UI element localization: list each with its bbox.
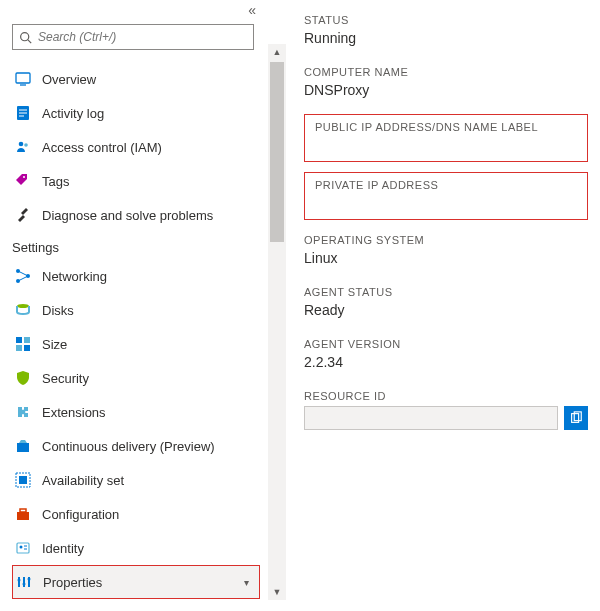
disks-icon (14, 301, 32, 319)
svg-rect-2 (16, 73, 30, 83)
svg-rect-19 (16, 345, 22, 351)
toolbox-icon (14, 505, 32, 523)
field-computer-name: COMPUTER NAME DNSProxy (304, 66, 588, 98)
tools-icon (14, 206, 32, 224)
search-icon (19, 31, 32, 44)
properties-icon (15, 573, 33, 591)
field-value: Ready (304, 302, 588, 318)
scroll-thumb[interactable] (270, 62, 284, 242)
field-label: AGENT VERSION (304, 338, 588, 350)
svg-point-8 (19, 142, 24, 147)
nav-security[interactable]: Security (12, 361, 260, 395)
nav-label: Size (42, 337, 67, 352)
nav-label: Availability set (42, 473, 124, 488)
field-label: OPERATING SYSTEM (304, 234, 588, 246)
svg-line-1 (28, 39, 31, 42)
svg-rect-21 (17, 443, 29, 452)
svg-rect-23 (19, 476, 27, 484)
nav-tags[interactable]: Tags (12, 164, 260, 198)
svg-rect-24 (17, 512, 29, 520)
collapse-icon[interactable]: « (248, 2, 256, 18)
nav-continuous-delivery[interactable]: Continuous delivery (Preview) (12, 429, 260, 463)
resource-id-input[interactable] (304, 406, 558, 430)
nav-label: Activity log (42, 106, 104, 121)
field-value: Linux (304, 250, 588, 266)
nav-overview[interactable]: Overview (12, 62, 260, 96)
field-label: RESOURCE ID (304, 390, 588, 402)
nav-access-control[interactable]: Access control (IAM) (12, 130, 260, 164)
sidebar-scrollbar[interactable]: ▲ ▼ (268, 44, 286, 600)
sidebar: « Overview Activity log Access control (… (0, 0, 268, 611)
field-private-ip-highlighted: PRIVATE IP ADDRESS (304, 172, 588, 220)
nav-diagnose[interactable]: Diagnose and solve problems (12, 198, 260, 232)
network-icon (14, 267, 32, 285)
copy-icon (569, 411, 583, 425)
svg-rect-18 (24, 337, 30, 343)
scroll-down-icon[interactable]: ▼ (268, 584, 286, 600)
svg-point-35 (28, 578, 31, 581)
nav-label: Configuration (42, 507, 119, 522)
nav-label: Disks (42, 303, 74, 318)
copy-button[interactable] (564, 406, 588, 430)
svg-rect-26 (17, 543, 29, 553)
svg-line-15 (18, 276, 28, 281)
field-public-ip-highlighted: PUBLIC IP ADDRESS/DNS NAME LABEL (304, 114, 588, 162)
field-label: PRIVATE IP ADDRESS (315, 179, 577, 191)
nav-activity-log[interactable]: Activity log (12, 96, 260, 130)
tag-icon (14, 172, 32, 190)
scroll-up-icon[interactable]: ▲ (268, 44, 286, 60)
svg-rect-20 (24, 345, 30, 351)
svg-point-27 (20, 546, 23, 549)
field-agent-status: AGENT STATUS Ready (304, 286, 588, 318)
nav-label: Access control (IAM) (42, 140, 162, 155)
field-value: DNSProxy (304, 82, 588, 98)
nav-extensions[interactable]: Extensions (12, 395, 260, 429)
field-os: OPERATING SYSTEM Linux (304, 234, 588, 266)
svg-rect-17 (16, 337, 22, 343)
field-value: 2.2.34 (304, 354, 588, 370)
nav-label: Overview (42, 72, 96, 87)
search-input-wrap[interactable] (12, 24, 254, 50)
field-status: STATUS Running (304, 14, 588, 46)
nav-label: Continuous delivery (Preview) (42, 439, 215, 454)
svg-point-0 (21, 32, 29, 40)
field-value: Running (304, 30, 588, 46)
nav-identity[interactable]: Identity (12, 531, 260, 565)
svg-point-33 (18, 579, 21, 582)
nav-label: Extensions (42, 405, 106, 420)
nav-label: Identity (42, 541, 84, 556)
monitor-icon (14, 70, 32, 88)
nav-networking[interactable]: Networking (12, 259, 260, 293)
field-resource-id: RESOURCE ID (304, 390, 588, 430)
nav-disks[interactable]: Disks (12, 293, 260, 327)
svg-point-9 (24, 143, 28, 147)
nav-configuration[interactable]: Configuration (12, 497, 260, 531)
field-label: STATUS (304, 14, 588, 26)
nav-label: Diagnose and solve problems (42, 208, 213, 223)
puzzle-icon (14, 403, 32, 421)
field-agent-version: AGENT VERSION 2.2.34 (304, 338, 588, 370)
shield-icon (14, 369, 32, 387)
svg-point-10 (23, 176, 25, 178)
people-icon (14, 138, 32, 156)
field-label: AGENT STATUS (304, 286, 588, 298)
log-icon (14, 104, 32, 122)
chevron-down-icon: ▾ (244, 577, 249, 588)
nav-label: Security (42, 371, 89, 386)
nav-size[interactable]: Size (12, 327, 260, 361)
section-settings-header: Settings (12, 240, 260, 255)
nav-label: Tags (42, 174, 69, 189)
identity-icon (14, 539, 32, 557)
nav-label: Properties (43, 575, 102, 590)
nav-properties[interactable]: Properties ▾ (12, 565, 260, 599)
field-label: PUBLIC IP ADDRESS/DNS NAME LABEL (315, 121, 577, 133)
nav-availability-set[interactable]: Availability set (12, 463, 260, 497)
svg-rect-25 (20, 509, 26, 512)
svg-point-34 (23, 583, 26, 586)
search-input[interactable] (38, 30, 247, 44)
availability-icon (14, 471, 32, 489)
svg-point-16 (17, 304, 29, 308)
nav-label: Networking (42, 269, 107, 284)
details-pane: STATUS Running COMPUTER NAME DNSProxy PU… (286, 0, 600, 611)
size-icon (14, 335, 32, 353)
